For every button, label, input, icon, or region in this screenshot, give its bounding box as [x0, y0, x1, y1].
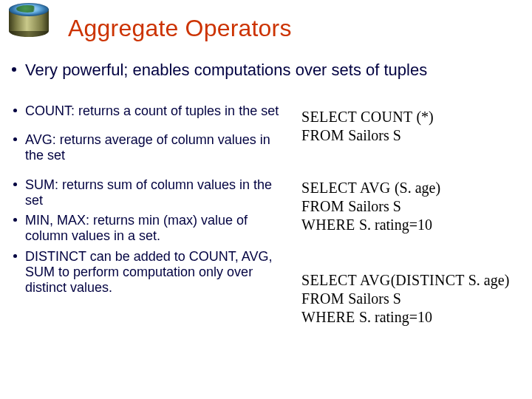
right-column: SELECT COUNT (*) FROM Sailors S SELECT A… — [301, 103, 517, 356]
sql-keyword: FROM — [301, 198, 348, 214]
bullet-icon — [13, 254, 17, 258]
sql-keyword: FROM — [301, 290, 348, 307]
lead-bullet: Very powerful; enables computations over… — [25, 61, 517, 80]
sql-expr: Sailors S — [348, 290, 401, 307]
sql-line: FROM Sailors S — [301, 290, 517, 308]
sql-keyword: SELECT AVG — [301, 272, 391, 288]
bullet-icon — [12, 67, 16, 72]
sql-expr: Sailors S — [348, 198, 401, 214]
sql-line: SELECT AVG (S. age) — [301, 179, 517, 197]
list-item: MIN, MAX: returns min (max) value of col… — [25, 213, 288, 244]
db-globe-icon — [7, 1, 50, 35]
sql-expr: Sailors S — [348, 127, 401, 143]
slide-title: Aggregate Operators — [68, 15, 292, 42]
item-text: SUM: returns sum of column values in the… — [25, 177, 272, 208]
bullet-icon — [13, 137, 17, 141]
sql-expr: (S. age) — [395, 180, 440, 196]
item-text: DISTINCT can be added to COUNT, AVG, SUM… — [25, 249, 272, 295]
sql-line: SELECT COUNT (*) — [301, 108, 517, 126]
sql-expr: (*) — [416, 109, 433, 125]
sql-block-2: SELECT AVG (S. age) FROM Sailors S WHERE… — [301, 179, 517, 234]
left-column: COUNT: returns a count of tuples in the … — [25, 103, 288, 309]
bullet-icon — [13, 183, 17, 186]
sql-line: WHERE S. rating=10 — [301, 308, 517, 327]
list-item: AVG: returns average of column values in… — [25, 132, 288, 163]
list-item: COUNT: returns a count of tuples in the … — [25, 103, 288, 119]
sql-keyword: WHERE — [301, 309, 359, 325]
sql-expr: S. rating=10 — [359, 216, 432, 233]
sql-keyword: FROM — [301, 127, 348, 143]
two-column-body: COUNT: returns a count of tuples in the … — [0, 103, 532, 399]
item-text: AVG: returns average of column values in… — [25, 132, 270, 163]
sql-block-3: SELECT AVG(DISTINCT S. age) FROM Sailors… — [301, 271, 517, 327]
sql-line: SELECT AVG(DISTINCT S. age) — [301, 271, 517, 290]
sql-keyword: DISTINCT — [395, 272, 468, 288]
bullet-icon — [13, 218, 17, 222]
sql-block-1: SELECT COUNT (*) FROM Sailors S — [301, 108, 517, 145]
sql-keyword: SELECT COUNT — [301, 109, 416, 125]
sql-expr: S. rating=10 — [359, 309, 432, 325]
sql-keyword: WHERE — [301, 216, 359, 233]
item-text: COUNT: returns a count of tuples in the … — [25, 103, 279, 118]
sql-keyword: SELECT AVG — [301, 180, 395, 196]
sql-line: WHERE S. rating=10 — [301, 216, 517, 234]
lead-text: Very powerful; enables computations over… — [25, 61, 427, 79]
sql-expr: S. age) — [468, 272, 510, 288]
slide: Aggregate Operators Very powerful; enabl… — [0, 0, 532, 399]
bullet-icon — [13, 109, 17, 112]
sql-line: FROM Sailors S — [301, 126, 517, 145]
list-item: SUM: returns sum of column values in the… — [25, 177, 288, 208]
sql-line: FROM Sailors S — [301, 197, 517, 216]
list-item: DISTINCT can be added to COUNT, AVG, SUM… — [25, 249, 288, 296]
item-text: MIN, MAX: returns min (max) value of col… — [25, 213, 248, 243]
